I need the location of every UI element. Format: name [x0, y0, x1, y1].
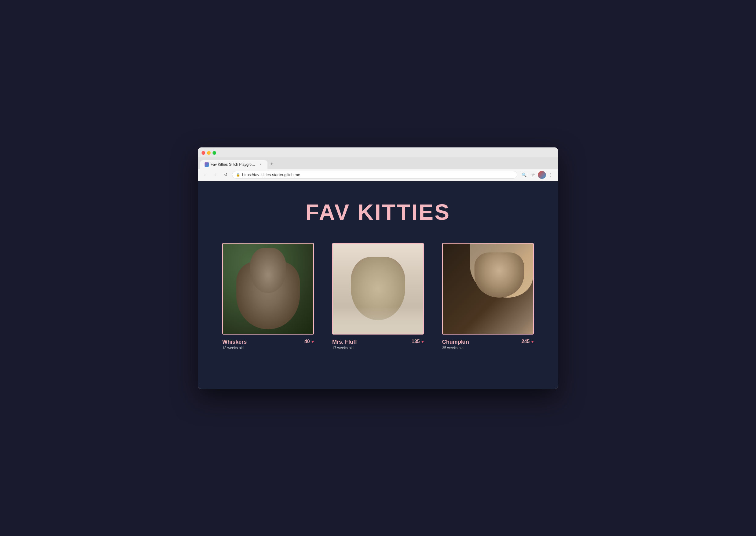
new-tab-button[interactable]: + [267, 160, 276, 168]
kitty-card-chumpkin: Chumpkin 35 weeks old 245 ♥ [442, 243, 534, 350]
cat-image-chumpkin [443, 244, 533, 334]
heart-icon-mrs-fluff: ♥ [421, 339, 424, 344]
profile-avatar[interactable] [538, 171, 546, 179]
maximize-light[interactable] [213, 151, 216, 155]
kitty-likes-chumpkin[interactable]: 245 ♥ [522, 339, 534, 344]
toolbar-right: 🔍 ☆ ⋮ [520, 171, 555, 179]
likes-count-mrs-fluff: 135 [412, 339, 420, 344]
likes-count-chumpkin: 245 [522, 339, 530, 344]
address-box[interactable]: 🔒 https://fav-kitties-starter.glitch.me [232, 171, 517, 179]
lock-icon: 🔒 [236, 173, 240, 177]
search-button[interactable]: 🔍 [520, 171, 528, 179]
back-button[interactable]: ‹ [201, 171, 209, 179]
heart-icon-chumpkin: ♥ [531, 339, 534, 344]
bookmark-button[interactable]: ☆ [529, 171, 537, 179]
kitty-name-age-whiskers: Whiskers 13 weeks old [222, 339, 247, 350]
menu-button[interactable]: ⋮ [547, 171, 555, 179]
kitty-likes-mrs-fluff[interactable]: 135 ♥ [412, 339, 424, 344]
likes-count-whiskers: 40 [304, 339, 310, 344]
kitties-grid: Whiskers 13 weeks old 40 ♥ Mrs. Fluff [218, 243, 538, 350]
browser-window: Fav Kitties Glitch Playground × + ‹ › ↺ … [198, 148, 558, 389]
page-content: FAV KITTIES Whiskers 13 weeks old 40 ♥ [198, 181, 558, 389]
titlebar: Fav Kitties Glitch Playground × + ‹ › ↺ … [198, 157, 558, 181]
tab-close-button[interactable]: × [258, 162, 263, 167]
traffic-lights [198, 148, 558, 157]
heart-icon-whiskers: ♥ [311, 339, 314, 344]
forward-button[interactable]: › [211, 171, 219, 179]
tab-favicon [205, 162, 209, 167]
kitty-age-mrs-fluff: 17 weeks old [332, 346, 357, 350]
cat-image-whiskers [223, 244, 313, 334]
cat-image-mrs-fluff [333, 244, 423, 334]
address-bar-row: ‹ › ↺ 🔒 https://fav-kitties-starter.glit… [198, 169, 558, 181]
kitty-info-mrs-fluff: Mrs. Fluff 17 weeks old 135 ♥ [332, 339, 424, 350]
kitty-age-whiskers: 13 weeks old [222, 346, 247, 350]
kitty-card-mrs-fluff: Mrs. Fluff 17 weeks old 135 ♥ [332, 243, 424, 350]
kitty-image-whiskers[interactable] [222, 243, 314, 335]
kitty-age-chumpkin: 35 weeks old [442, 346, 469, 350]
kitty-name-chumpkin: Chumpkin [442, 339, 469, 345]
kitty-card-whiskers: Whiskers 13 weeks old 40 ♥ [222, 243, 314, 350]
kitty-image-mrs-fluff[interactable] [332, 243, 424, 335]
kitty-name-age-mrs-fluff: Mrs. Fluff 17 weeks old [332, 339, 357, 350]
kitty-info-whiskers: Whiskers 13 weeks old 40 ♥ [222, 339, 314, 350]
kitty-info-chumpkin: Chumpkin 35 weeks old 245 ♥ [442, 339, 534, 350]
kitty-name-whiskers: Whiskers [222, 339, 247, 345]
minimize-light[interactable] [207, 151, 211, 155]
kitty-image-chumpkin[interactable] [442, 243, 534, 335]
tab-bar: Fav Kitties Glitch Playground × + [198, 157, 558, 169]
url-text: https://fav-kitties-starter.glitch.me [242, 173, 300, 177]
kitty-name-mrs-fluff: Mrs. Fluff [332, 339, 357, 345]
reload-button[interactable]: ↺ [222, 171, 230, 179]
close-light[interactable] [201, 151, 205, 155]
active-tab[interactable]: Fav Kitties Glitch Playground × [200, 160, 267, 169]
kitty-name-age-chumpkin: Chumpkin 35 weeks old [442, 339, 469, 350]
page-title: FAV KITTIES [306, 200, 451, 225]
tab-title: Fav Kitties Glitch Playground [211, 162, 257, 167]
kitty-likes-whiskers[interactable]: 40 ♥ [304, 339, 314, 344]
